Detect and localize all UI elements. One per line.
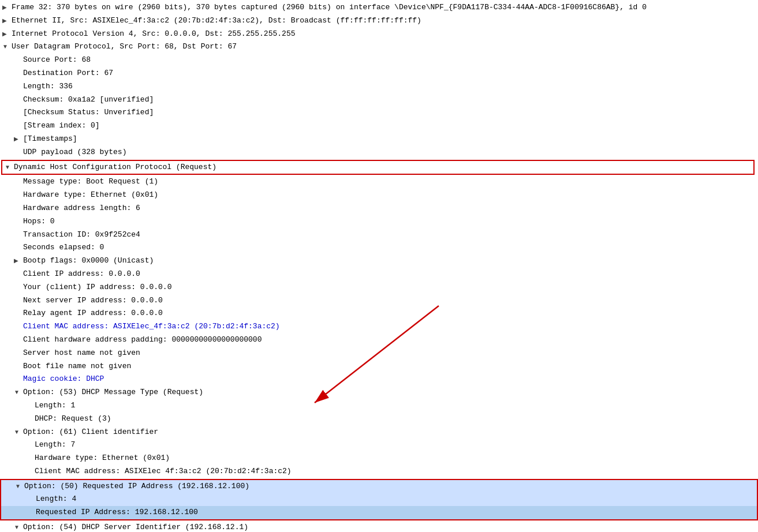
text-dhcp-main: Dynamic Host Configuration Protocol (Req… bbox=[14, 163, 216, 171]
tree-row-transaction-id[interactable]: Transaction ID: 0x9f252ce4 bbox=[0, 228, 758, 242]
tree-row-client-hw-padding[interactable]: Client hardware address padding: 0000000… bbox=[0, 334, 758, 347]
tree-row-opt54-header[interactable]: ▼Option: (54) DHCP Server Identifier (19… bbox=[0, 521, 758, 532]
text-server-hostname: Server host name not given bbox=[23, 349, 140, 357]
tree-row-checksum-status[interactable]: [Checksum Status: Unverified] bbox=[0, 106, 758, 119]
tree-row-bootp-flags[interactable]: ▶Bootp flags: 0x0000 (Unicast) bbox=[0, 254, 758, 268]
expander-opt50-header[interactable]: ▼ bbox=[15, 482, 24, 491]
tree-row-udp[interactable]: ▼User Datagram Protocol, Src Port: 68, D… bbox=[0, 40, 758, 54]
option50-block: ▼Option: (50) Requested IP Address (192.… bbox=[0, 479, 758, 520]
tree-row-relay-agent-ip[interactable]: Relay agent IP address: 0.0.0.0 bbox=[0, 307, 758, 320]
text-checksum: Checksum: 0xa1a2 [unverified] bbox=[23, 95, 154, 104]
text-hops: Hops: 0 bbox=[23, 217, 55, 226]
text-next-server-ip: Next server IP address: 0.0.0.0 bbox=[23, 296, 163, 305]
text-checksum-status: [Checksum Status: Unverified] bbox=[23, 108, 154, 117]
packet-tree: ▶Frame 32: 370 bytes on wire (2960 bits)… bbox=[0, 0, 758, 532]
text-opt50-ip: Requested IP Address: 192.168.12.100 bbox=[36, 508, 198, 516]
text-dst-port: Destination Port: 67 bbox=[23, 69, 113, 77]
tree-row-hops[interactable]: Hops: 0 bbox=[0, 215, 758, 228]
text-opt61-header: Option: (61) Client identifier bbox=[23, 428, 158, 436]
tree-row-your-ip[interactable]: Your (client) IP address: 0.0.0.0 bbox=[0, 281, 758, 294]
text-opt53-header: Option: (53) DHCP Message Type (Request) bbox=[23, 388, 203, 396]
text-opt53-len: Length: 1 bbox=[35, 401, 75, 410]
text-bootp-flags: Bootp flags: 0x0000 (Unicast) bbox=[23, 256, 154, 265]
text-opt50-header: Option: (50) Requested IP Address (192.1… bbox=[24, 482, 249, 490]
text-length: Length: 336 bbox=[23, 82, 73, 91]
tree-row-opt50-header[interactable]: ▼Option: (50) Requested IP Address (192.… bbox=[1, 480, 757, 493]
tree-row-checksum[interactable]: Checksum: 0xa1a2 [unverified] bbox=[0, 93, 758, 107]
expander-opt61-header[interactable]: ▼ bbox=[14, 428, 23, 437]
expander-udp[interactable]: ▼ bbox=[2, 42, 12, 51]
text-opt54-header: Option: (54) DHCP Server Identifier (192… bbox=[23, 523, 248, 531]
tree-row-client-mac[interactable]: Client MAC address: ASIXElec_4f:3a:c2 (2… bbox=[0, 320, 758, 334]
text-opt50-len: Length: 4 bbox=[36, 494, 76, 503]
expander-timestamps[interactable]: ▶ bbox=[14, 134, 23, 144]
text-opt61-len: Length: 7 bbox=[35, 440, 75, 449]
text-magic-cookie: Magic cookie: DHCP bbox=[23, 374, 104, 383]
text-timestamps: [Timestamps] bbox=[23, 134, 77, 143]
text-ethernet: Ethernet II, Src: ASIXElec_4f:3a:c2 (20:… bbox=[12, 16, 421, 25]
expander-bootp-flags[interactable]: ▶ bbox=[14, 256, 23, 265]
text-opt53-dhcp: DHCP: Request (3) bbox=[35, 414, 111, 423]
expander-ip[interactable]: ▶ bbox=[2, 29, 12, 39]
text-frame: Frame 32: 370 bytes on wire (2960 bits),… bbox=[12, 3, 647, 12]
tree-row-magic-cookie[interactable]: Magic cookie: DHCP bbox=[0, 373, 758, 386]
tree-row-opt61-mac[interactable]: Client MAC address: ASIXElec 4f:3a:c2 (2… bbox=[0, 465, 758, 478]
text-hw-addr-len: Hardware address length: 6 bbox=[23, 204, 140, 212]
tree-row-frame[interactable]: ▶Frame 32: 370 bytes on wire (2960 bits)… bbox=[0, 1, 758, 14]
tree-row-opt53-dhcp[interactable]: DHCP: Request (3) bbox=[0, 413, 758, 426]
expander-opt54-header[interactable]: ▼ bbox=[14, 523, 23, 532]
text-relay-agent-ip: Relay agent IP address: 0.0.0.0 bbox=[23, 309, 163, 317]
tree-row-stream-index[interactable]: [Stream index: 0] bbox=[0, 119, 758, 133]
tree-row-opt61-header[interactable]: ▼Option: (61) Client identifier bbox=[0, 426, 758, 439]
expander-opt53-header[interactable]: ▼ bbox=[14, 388, 23, 397]
text-your-ip: Your (client) IP address: 0.0.0.0 bbox=[23, 283, 171, 291]
text-client-hw-padding: Client hardware address padding: 0000000… bbox=[23, 335, 262, 344]
text-hw-type: Hardware type: Ethernet (0x01) bbox=[23, 190, 158, 199]
tree-row-boot-file[interactable]: Boot file name not given bbox=[0, 360, 758, 373]
tree-row-length[interactable]: Length: 336 bbox=[0, 80, 758, 93]
tree-row-dhcp-main[interactable]: ▼Dynamic Host Configuration Protocol (Re… bbox=[1, 160, 755, 175]
tree-row-timestamps[interactable]: ▶[Timestamps] bbox=[0, 133, 758, 146]
text-opt61-hwtype: Hardware type: Ethernet (0x01) bbox=[35, 454, 170, 462]
tree-row-hw-type[interactable]: Hardware type: Ethernet (0x01) bbox=[0, 189, 758, 202]
tree-row-opt61-len[interactable]: Length: 7 bbox=[0, 439, 758, 452]
tree-row-seconds[interactable]: Seconds elapsed: 0 bbox=[0, 241, 758, 254]
text-seconds: Seconds elapsed: 0 bbox=[23, 243, 104, 252]
text-src-port: Source Port: 68 bbox=[23, 55, 91, 64]
tree-row-opt53-len[interactable]: Length: 1 bbox=[0, 399, 758, 413]
tree-row-client-ip[interactable]: Client IP address: 0.0.0.0 bbox=[0, 268, 758, 281]
expander-frame[interactable]: ▶ bbox=[2, 3, 12, 12]
tree-row-next-server-ip[interactable]: Next server IP address: 0.0.0.0 bbox=[0, 294, 758, 308]
text-udp-payload: UDP payload (328 bytes) bbox=[23, 148, 126, 156]
text-stream-index: [Stream index: 0] bbox=[23, 121, 100, 130]
tree-row-opt53-header[interactable]: ▼Option: (53) DHCP Message Type (Request… bbox=[0, 386, 758, 399]
text-client-mac: Client MAC address: ASIXElec_4f:3a:c2 (2… bbox=[23, 322, 280, 331]
tree-row-opt50-len[interactable]: Length: 4 bbox=[1, 493, 757, 506]
text-opt61-mac: Client MAC address: ASIXElec 4f:3a:c2 (2… bbox=[35, 467, 292, 475]
tree-row-ethernet[interactable]: ▶Ethernet II, Src: ASIXElec_4f:3a:c2 (20… bbox=[0, 14, 758, 28]
tree-row-opt50-ip[interactable]: Requested IP Address: 192.168.12.100 bbox=[1, 506, 757, 519]
tree-row-msg-type[interactable]: Message type: Boot Request (1) bbox=[0, 175, 758, 189]
tree-row-dst-port[interactable]: Destination Port: 67 bbox=[0, 67, 758, 80]
tree-row-udp-payload[interactable]: UDP payload (328 bytes) bbox=[0, 146, 758, 159]
text-ip: Internet Protocol Version 4, Src: 0.0.0.… bbox=[12, 29, 295, 38]
text-client-ip: Client IP address: 0.0.0.0 bbox=[23, 269, 140, 278]
text-msg-type: Message type: Boot Request (1) bbox=[23, 177, 158, 186]
tree-row-server-hostname[interactable]: Server host name not given bbox=[0, 347, 758, 360]
tree-row-src-port[interactable]: Source Port: 68 bbox=[0, 54, 758, 67]
tree-row-opt61-hwtype[interactable]: Hardware type: Ethernet (0x01) bbox=[0, 452, 758, 465]
text-udp: User Datagram Protocol, Src Port: 68, Ds… bbox=[12, 42, 237, 51]
text-boot-file: Boot file name not given bbox=[23, 362, 131, 370]
expander-ethernet[interactable]: ▶ bbox=[2, 16, 12, 25]
expander-dhcp-main[interactable]: ▼ bbox=[5, 163, 14, 172]
text-transaction-id: Transaction ID: 0x9f252ce4 bbox=[23, 230, 140, 239]
tree-row-ip[interactable]: ▶Internet Protocol Version 4, Src: 0.0.0… bbox=[0, 28, 758, 41]
tree-row-hw-addr-len[interactable]: Hardware address length: 6 bbox=[0, 202, 758, 215]
